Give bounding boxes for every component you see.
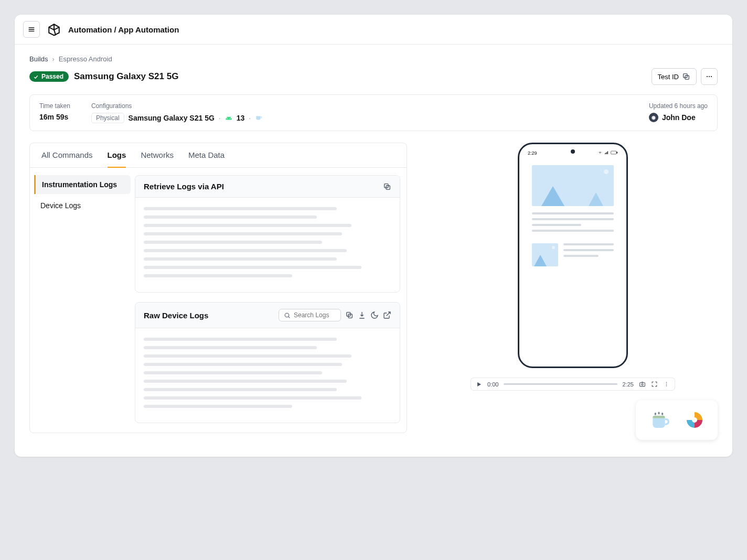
tab-all-commands[interactable]: All Commands xyxy=(41,150,93,167)
avatar: ◉ xyxy=(649,113,658,122)
retrieve-logs-title: Retrieve Logs via API xyxy=(144,182,379,191)
device-time: 2:29 xyxy=(528,150,537,156)
skeleton-line xyxy=(144,266,361,269)
meta-time: Time taken 16m 59s xyxy=(39,102,70,123)
test-id-button[interactable]: Test ID xyxy=(652,68,697,85)
skeleton-line xyxy=(144,257,337,261)
tab-logs[interactable]: Logs xyxy=(108,150,126,168)
check-icon xyxy=(33,74,39,80)
camera-icon[interactable] xyxy=(639,381,646,387)
skeleton-line xyxy=(144,405,292,408)
skeleton-line xyxy=(144,216,317,219)
svg-rect-14 xyxy=(605,153,605,154)
device-preview-pane: 2:29 xyxy=(428,143,718,440)
skeleton-line xyxy=(144,396,361,400)
updated-label: Updated 6 hours ago xyxy=(649,102,708,110)
separator-dot: · xyxy=(249,114,251,122)
device-screen xyxy=(525,157,621,281)
physical-chip: Physical xyxy=(91,113,124,123)
device-status-bar: 2:29 xyxy=(525,149,621,157)
fullscreen-icon[interactable] xyxy=(651,381,658,387)
sidebar-item-device-logs[interactable]: Device Logs xyxy=(34,196,131,215)
skeleton-line xyxy=(144,346,317,349)
skeleton-line xyxy=(144,388,337,391)
placeholder-line xyxy=(563,249,614,251)
placeholder-image xyxy=(532,165,614,206)
breadcrumb: Builds › Espresso Android xyxy=(29,55,718,63)
user-row: ◉ John Doe xyxy=(649,113,708,122)
video-player[interactable]: 0:00 2:25 xyxy=(471,378,675,391)
skeleton-line xyxy=(144,274,292,277)
device-frame: 2:29 xyxy=(518,143,628,368)
framework-logos-card xyxy=(636,400,718,440)
logs-panel: All Commands Logs Networks Meta Data Ins… xyxy=(29,143,407,433)
search-logs-input[interactable] xyxy=(294,311,336,319)
config-row: Physical Samsung Galaxy S21 5G · 13 · xyxy=(91,113,262,123)
tab-meta-data[interactable]: Meta Data xyxy=(188,150,225,167)
placeholder-thumb-lines xyxy=(563,243,614,261)
copy-icon[interactable] xyxy=(383,182,391,191)
espresso-logo-icon xyxy=(648,410,669,430)
tab-networks[interactable]: Networks xyxy=(141,150,174,167)
svg-point-22 xyxy=(642,383,643,385)
copy-icon[interactable] xyxy=(345,311,354,319)
page-title: Samsung Galaxy S21 5G xyxy=(74,71,178,82)
skeleton-line xyxy=(144,232,342,235)
retrieve-logs-header: Retrieve Logs via API xyxy=(135,176,400,198)
skeleton-line xyxy=(144,338,337,341)
svg-marker-20 xyxy=(477,382,481,386)
skeleton-line xyxy=(144,371,322,374)
breadcrumb-current: Espresso Android xyxy=(59,55,112,63)
logs-area: Retrieve Logs via API xyxy=(135,168,407,433)
search-logs-box[interactable] xyxy=(279,309,341,321)
svg-point-25 xyxy=(666,385,667,386)
chevron-right-icon: › xyxy=(52,55,54,63)
svg-point-24 xyxy=(666,384,667,385)
title-row: Passed Samsung Galaxy S21 5G Test ID xyxy=(29,68,718,85)
more-actions-button[interactable] xyxy=(701,68,718,85)
wifi-icon xyxy=(597,150,603,155)
title-actions: Test ID xyxy=(652,68,718,85)
player-progress-bar[interactable] xyxy=(504,383,617,385)
skeleton-line xyxy=(144,249,347,252)
app-window: Automation / App Automation Builds › Esp… xyxy=(15,15,732,457)
hamburger-menu-button[interactable] xyxy=(23,21,40,38)
status-badge: Passed xyxy=(29,71,69,82)
raw-device-logs-card: Raw Device Logs xyxy=(135,302,400,423)
hamburger-icon xyxy=(27,25,36,34)
svg-point-28 xyxy=(661,413,663,415)
sidebar-item-instrumentation-logs[interactable]: Instrumentation Logs xyxy=(34,175,131,194)
svg-point-6 xyxy=(709,76,710,77)
tab-body: Instrumentation Logs Device Logs Retriev… xyxy=(30,168,407,433)
device-name: Samsung Galaxy S21 5G xyxy=(129,114,215,122)
external-link-icon[interactable] xyxy=(383,311,391,319)
player-total-time: 2:25 xyxy=(623,381,634,387)
raw-logs-header: Raw Device Logs xyxy=(135,303,400,328)
skeleton-line xyxy=(144,241,322,244)
svg-rect-19 xyxy=(617,152,617,153)
skeleton-line xyxy=(144,207,337,210)
meta-updated: Updated 6 hours ago ◉ John Doe xyxy=(649,102,708,123)
placeholder-line xyxy=(532,212,614,214)
android-icon xyxy=(225,114,232,122)
breadcrumb-root[interactable]: Builds xyxy=(29,55,48,63)
more-vertical-icon[interactable] xyxy=(663,381,670,387)
svg-point-7 xyxy=(711,76,712,77)
raw-logs-body xyxy=(135,328,400,423)
header-breadcrumb: Automation / App Automation xyxy=(68,25,179,34)
more-horizontal-icon xyxy=(705,72,713,81)
logs-sidebar: Instrumentation Logs Device Logs xyxy=(30,168,135,433)
play-icon[interactable] xyxy=(476,381,482,387)
battery-icon xyxy=(611,150,618,155)
skeleton-line xyxy=(144,380,347,383)
top-bar: Automation / App Automation xyxy=(15,15,732,45)
svg-rect-16 xyxy=(607,152,607,154)
moon-icon[interactable] xyxy=(370,311,379,319)
placeholder-line xyxy=(532,224,581,226)
player-current-time: 0:00 xyxy=(487,381,498,387)
skeleton-line xyxy=(144,224,351,227)
signal-icon xyxy=(604,150,609,155)
copy-icon xyxy=(682,72,690,81)
placeholder-line xyxy=(532,230,614,232)
download-icon[interactable] xyxy=(358,311,366,319)
